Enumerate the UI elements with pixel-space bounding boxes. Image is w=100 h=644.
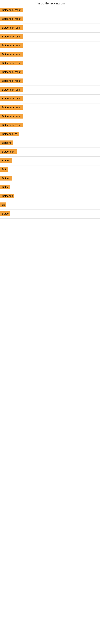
- list-item: Bottleneck result: [0, 42, 100, 50]
- bottleneck-result-badge[interactable]: Bottleneck result: [0, 123, 23, 128]
- bottleneck-result-badge[interactable]: Bottleneck result: [0, 52, 23, 56]
- list-item: Bottleneck result: [0, 15, 100, 24]
- bottleneck-result-badge[interactable]: Bottleneck result: [0, 87, 23, 92]
- bottleneck-result-badge[interactable]: Bottlen: [0, 158, 12, 163]
- list-item: Bottleneck result: [0, 24, 100, 32]
- list-item: Bottleneck result: [0, 59, 100, 68]
- list-item: Bottleneck result: [0, 6, 100, 15]
- bottleneck-result-badge[interactable]: Bottleneck result: [0, 8, 23, 12]
- bottleneck-result-badge[interactable]: Bottleneck result: [0, 25, 23, 30]
- list-item: Bottleneck result: [0, 77, 100, 86]
- list-item: Bottlen: [0, 156, 100, 166]
- list-item: Bottleneck result: [0, 121, 100, 130]
- list-item: Bottleneck result: [0, 50, 100, 59]
- bottleneck-result-badge[interactable]: Bottlenec: [0, 194, 14, 198]
- bottleneck-result-badge[interactable]: Bottleneck result: [0, 16, 23, 21]
- bottleneck-result-badge[interactable]: Bottleneck result: [0, 96, 23, 101]
- list-item: Bottle: [0, 210, 100, 218]
- bottleneck-result-badge[interactable]: Bottle: [0, 211, 10, 216]
- bottleneck-result-badge[interactable]: Bottleneck result: [0, 114, 23, 118]
- items-container: Bottleneck resultBottleneck resultBottle…: [0, 6, 100, 218]
- bottleneck-result-badge[interactable]: Bottleneck result: [0, 105, 23, 110]
- bottleneck-result-badge[interactable]: Bottleneck result: [0, 34, 23, 39]
- bottleneck-result-badge[interactable]: Bo: [0, 202, 6, 207]
- list-item: Bottleneck re: [0, 130, 100, 139]
- bottleneck-result-badge[interactable]: Bottle: [0, 185, 10, 190]
- list-item: Bottleneck result: [0, 112, 100, 121]
- bottleneck-result-badge[interactable]: Bottleneck result: [0, 70, 23, 74]
- bottleneck-result-badge[interactable]: Bot: [0, 167, 8, 172]
- list-item: Bottlene: [0, 139, 100, 148]
- bottleneck-result-badge[interactable]: Bottlen: [0, 176, 12, 180]
- site-title: TheBottlenecker.com: [0, 0, 100, 6]
- list-item: Bottleneck result: [0, 68, 100, 77]
- list-item: Bottlen: [0, 174, 100, 183]
- bottleneck-result-badge[interactable]: Bottlene: [0, 140, 13, 145]
- list-item: Bot: [0, 166, 100, 174]
- list-item: Bottle: [0, 183, 100, 192]
- bottleneck-result-badge[interactable]: Bottleneck re: [0, 132, 19, 136]
- list-item: Bottleneck result: [0, 86, 100, 94]
- list-item: Bottleneck result: [0, 104, 100, 112]
- bottleneck-result-badge[interactable]: Bottleneck result: [0, 78, 23, 83]
- bottleneck-result-badge[interactable]: Bottleneck result: [0, 43, 23, 48]
- bottleneck-result-badge[interactable]: Bottleneck r: [0, 149, 17, 154]
- list-item: Bottleneck result: [0, 94, 100, 104]
- list-item: Bottleneck result: [0, 32, 100, 42]
- bottleneck-result-badge[interactable]: Bottleneck result: [0, 61, 23, 66]
- list-item: Bo: [0, 201, 100, 210]
- list-item: Bottlenec: [0, 192, 100, 201]
- list-item: Bottleneck r: [0, 148, 100, 156]
